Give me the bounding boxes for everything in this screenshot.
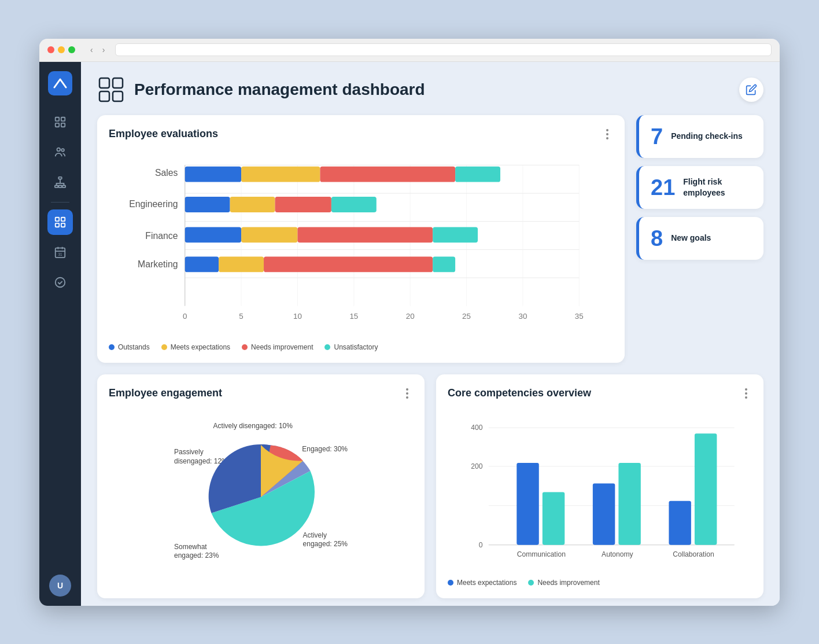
- stat-new-goals: 8 New goals: [636, 217, 763, 260]
- edit-button[interactable]: [739, 78, 763, 102]
- svg-rect-46: [185, 166, 241, 182]
- svg-rect-51: [230, 197, 275, 212]
- svg-point-16: [56, 277, 65, 287]
- engagement-title: Employee engagement: [109, 387, 222, 399]
- bar-chart-svg: Sales Engineering Finance Marketing 0 5 …: [115, 151, 607, 334]
- svg-rect-13: [61, 223, 65, 226]
- svg-text:200: 200: [471, 462, 482, 470]
- svg-rect-47: [241, 166, 320, 182]
- forward-button[interactable]: ›: [99, 44, 109, 56]
- engagement-card-header: Employee engagement: [109, 386, 413, 401]
- svg-rect-59: [219, 256, 264, 272]
- minimize-dot: [58, 46, 65, 53]
- svg-rect-11: [61, 217, 65, 220]
- sidebar-item-dashboard[interactable]: [47, 109, 73, 135]
- legend-comp-needs: Needs improvement: [528, 579, 599, 587]
- svg-rect-49: [455, 166, 500, 182]
- window-controls: [47, 46, 75, 53]
- stat-goals-number: 8: [651, 227, 663, 249]
- sidebar-divider: [51, 202, 69, 203]
- svg-rect-52: [275, 197, 331, 212]
- pie-chart-area: Actively disengaged: 10% Passivelydiseng…: [109, 410, 413, 584]
- svg-text:Finance: Finance: [145, 231, 178, 241]
- svg-rect-2: [56, 123, 59, 126]
- legend-comp-meets: Meets expectations: [448, 579, 517, 587]
- app-logo: [48, 71, 72, 95]
- engagement-card: Employee engagement Actively disengaged:…: [97, 374, 425, 598]
- svg-rect-71: [593, 483, 615, 544]
- dashboard-icon: [97, 76, 125, 104]
- user-avatar[interactable]: U: [49, 575, 71, 597]
- svg-rect-58: [185, 256, 219, 272]
- titlebar: ‹ ›: [39, 39, 780, 62]
- svg-text:0: 0: [479, 541, 483, 549]
- content-area: Performance management dashboard Employe…: [81, 62, 780, 606]
- back-button[interactable]: ‹: [87, 44, 97, 56]
- svg-text:25: 25: [462, 311, 471, 320]
- svg-rect-55: [241, 227, 297, 242]
- svg-text:35: 35: [575, 311, 584, 320]
- svg-text:Communication: Communication: [517, 550, 566, 558]
- svg-rect-7: [55, 185, 58, 187]
- svg-rect-73: [669, 501, 691, 545]
- stat-pending-label: Pending check-ins: [671, 131, 743, 141]
- svg-rect-50: [185, 197, 230, 212]
- svg-rect-69: [517, 463, 538, 545]
- svg-rect-20: [113, 91, 123, 101]
- svg-rect-8: [58, 185, 62, 187]
- svg-text:30: 30: [518, 311, 527, 320]
- svg-rect-3: [61, 123, 65, 126]
- competencies-svg: 400 200 0: [453, 416, 746, 568]
- page-header: Performance management dashboard: [97, 76, 763, 104]
- stat-goals-label: New goals: [671, 233, 711, 243]
- svg-point-4: [57, 148, 61, 150]
- page-title: Performance management dashboard: [134, 80, 425, 99]
- sidebar-item-org[interactable]: [47, 170, 73, 195]
- svg-rect-1: [61, 117, 65, 120]
- bottom-row: Employee engagement Actively disengaged:…: [97, 374, 763, 598]
- competencies-chart-area: 400 200 0: [448, 410, 752, 576]
- svg-rect-48: [320, 166, 455, 182]
- legend-needs: Needs improvement: [242, 343, 313, 351]
- sidebar-bottom: U: [49, 575, 71, 597]
- svg-text:Engineering: Engineering: [129, 199, 178, 209]
- pie-svg: [203, 439, 319, 555]
- svg-text:Marketing: Marketing: [138, 259, 178, 268]
- top-row: Employee evaluations: [97, 115, 763, 363]
- competencies-card: Core competencies overview: [436, 374, 763, 598]
- stat-pending-number: 7: [651, 126, 663, 148]
- svg-rect-0: [56, 117, 59, 120]
- sidebar-item-tasks[interactable]: [47, 270, 73, 295]
- sidebar-item-people[interactable]: [47, 139, 73, 165]
- svg-text:400: 400: [471, 424, 482, 432]
- svg-point-5: [61, 149, 64, 152]
- svg-rect-18: [113, 78, 123, 88]
- header-left: Performance management dashboard: [97, 76, 425, 104]
- svg-rect-6: [58, 176, 62, 179]
- svg-rect-9: [62, 185, 66, 187]
- stat-flight-label: Flight risk employees: [683, 176, 752, 197]
- stat-flight-risk: 21 Flight risk employees: [636, 166, 763, 209]
- competencies-more-button[interactable]: [740, 386, 752, 401]
- engagement-more-button[interactable]: [401, 386, 413, 401]
- sidebar: 31 U: [39, 62, 81, 606]
- svg-rect-60: [264, 256, 433, 272]
- competencies-legend: Meets expectations Needs improvement: [448, 579, 752, 587]
- sidebar-item-calendar[interactable]: 31: [47, 240, 73, 265]
- svg-text:31: 31: [58, 252, 62, 256]
- maximize-dot: [68, 46, 75, 53]
- address-bar[interactable]: [115, 43, 772, 56]
- svg-rect-53: [331, 197, 377, 212]
- legend-unsat: Unsatisfactory: [324, 343, 378, 351]
- evaluations-card-header: Employee evaluations: [109, 127, 613, 142]
- svg-rect-74: [695, 433, 717, 544]
- stats-column: 7 Pending check-ins 21 Flight risk emplo…: [636, 115, 763, 363]
- nav-controls[interactable]: ‹ ›: [87, 44, 108, 56]
- label-actively-disengaged: Actively disengaged: 10%: [213, 422, 293, 430]
- sidebar-item-performance[interactable]: [47, 209, 73, 235]
- svg-rect-72: [618, 463, 640, 545]
- svg-rect-19: [99, 91, 109, 101]
- evaluations-more-button[interactable]: [602, 127, 613, 142]
- svg-rect-56: [297, 227, 433, 242]
- app-window: ‹ ›: [39, 39, 780, 606]
